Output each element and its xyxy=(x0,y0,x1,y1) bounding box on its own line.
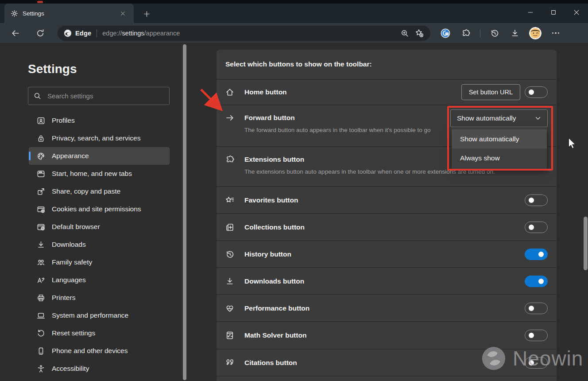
sidebar-item-accessibility[interactable]: Accessibility xyxy=(29,360,170,377)
row-home-button: Home button Set button URL xyxy=(217,79,557,105)
url-text[interactable]: edge://settings/appearance xyxy=(102,30,180,37)
close-icon xyxy=(120,11,125,16)
settings-search-input[interactable]: Search settings xyxy=(28,87,170,105)
minimize-icon xyxy=(527,9,534,16)
sidebar-item-languages[interactable]: Languages xyxy=(29,271,170,289)
sidebar-item-family-safety[interactable]: Family safety xyxy=(29,253,170,271)
row-math-solver-button: Math Solver button xyxy=(217,321,557,349)
minimize-button[interactable] xyxy=(519,4,542,21)
mouse-cursor xyxy=(568,137,578,148)
maximize-button[interactable] xyxy=(542,4,565,21)
math-solver-button-toggle[interactable] xyxy=(525,330,548,341)
sidebar-item-downloads[interactable]: Downloads xyxy=(29,236,170,253)
row-performance-button: Performance button xyxy=(217,294,557,321)
content-scrollbar[interactable] xyxy=(584,217,588,270)
background-window-sliver xyxy=(0,0,588,4)
add-favorite-button[interactable] xyxy=(412,27,426,40)
extensions-icon xyxy=(461,29,470,38)
privacy-lock-icon xyxy=(37,134,45,143)
sidebar-item-start-home-tabs[interactable]: Start, home, and new tabs xyxy=(29,165,170,183)
default-browser-icon xyxy=(37,223,45,231)
maximize-icon xyxy=(550,9,557,16)
profile-button[interactable] xyxy=(527,26,543,41)
reload-button[interactable] xyxy=(33,26,48,41)
set-button-url-button[interactable]: Set button URL xyxy=(461,84,520,100)
downloads-button-toggle[interactable] xyxy=(525,276,548,287)
download-icon xyxy=(225,277,234,286)
avatar xyxy=(529,27,542,39)
close-window-button[interactable] xyxy=(565,4,588,21)
background-red-mark xyxy=(37,1,43,3)
downloads-button[interactable] xyxy=(507,26,523,41)
edge-logo-icon xyxy=(64,29,72,37)
settings-menu-button[interactable] xyxy=(548,26,564,41)
history-button[interactable] xyxy=(487,26,503,41)
star-add-icon xyxy=(415,29,423,37)
accessibility-icon xyxy=(37,365,45,373)
tab-title: Settings xyxy=(23,10,117,17)
reset-settings-icon xyxy=(37,329,45,338)
extensions-icon xyxy=(225,155,234,164)
sidebar-item-cookies[interactable]: Cookies and site permissions xyxy=(29,200,170,218)
annotation-red-rectangle xyxy=(447,106,553,171)
plus-icon xyxy=(143,11,150,17)
gear-icon xyxy=(11,10,18,17)
browser-toolbar: Edge edge://settings/appearance xyxy=(0,23,588,43)
address-divider xyxy=(97,29,97,37)
appearance-palette-icon xyxy=(37,152,45,160)
download-icon xyxy=(511,29,519,38)
history-icon xyxy=(225,250,234,259)
math-solver-icon xyxy=(225,331,234,340)
edge-browser-window: Settings Edge edge://settings/appearance xyxy=(0,0,588,381)
collections-button-toggle[interactable] xyxy=(525,222,548,233)
back-button[interactable] xyxy=(8,26,23,41)
extensions-button[interactable] xyxy=(458,26,474,41)
printers-icon xyxy=(37,294,45,302)
new-tab-button[interactable] xyxy=(140,7,153,20)
favorites-button-toggle[interactable] xyxy=(525,194,548,206)
row-partial xyxy=(217,376,557,381)
section-header: Select which buttons to show on the tool… xyxy=(217,50,557,79)
site-chip[interactable]: Edge xyxy=(64,29,91,37)
sidebar-scrollbar[interactable] xyxy=(183,44,186,380)
search-icon xyxy=(34,92,41,100)
sidebar-item-system-performance[interactable]: System and performance xyxy=(29,307,170,324)
sidebar-item-profiles[interactable]: Profiles xyxy=(29,112,170,129)
selected-accent-bar xyxy=(29,152,31,160)
home-button-toggle[interactable] xyxy=(525,86,548,98)
languages-icon xyxy=(37,276,45,284)
annotation-red-arrow xyxy=(195,83,228,116)
neowin-logo-icon xyxy=(481,346,507,371)
address-bar[interactable]: Edge edge://settings/appearance xyxy=(58,26,430,41)
toolbar-buttons xyxy=(437,26,564,41)
tab-settings[interactable]: Settings xyxy=(4,4,134,23)
reload-icon xyxy=(36,29,45,38)
collections-icon xyxy=(225,223,234,232)
ellipsis-icon xyxy=(552,32,559,34)
sidebar-item-default-browser[interactable]: Default browser xyxy=(29,218,170,236)
toolbar-buttons-card: Select which buttons to show on the tool… xyxy=(217,50,557,381)
sidebar-item-share-copy-paste[interactable]: Share, copy and paste xyxy=(29,183,170,200)
zoom-in-icon xyxy=(401,29,409,37)
system-performance-icon xyxy=(37,311,45,320)
phone-devices-icon xyxy=(37,347,45,355)
watermark-text: Neowin xyxy=(513,346,583,370)
settings-heading: Settings xyxy=(28,62,77,76)
start-home-tabs-icon xyxy=(37,170,45,178)
sidebar-item-appearance[interactable]: Appearance xyxy=(29,147,170,165)
zoom-in-button[interactable] xyxy=(398,27,412,40)
sidebar-item-printers[interactable]: Printers xyxy=(29,289,170,307)
sidebar-item-privacy[interactable]: Privacy, search, and services xyxy=(29,129,170,147)
tab-close-button[interactable] xyxy=(117,8,128,19)
sidebar-item-phone-devices[interactable]: Phone and other devices xyxy=(29,342,170,360)
password-manager-button[interactable] xyxy=(437,26,453,41)
sidebar-item-reset-settings[interactable]: Reset settings xyxy=(29,324,170,342)
performance-button-toggle[interactable] xyxy=(525,303,548,314)
performance-icon xyxy=(225,304,234,313)
row-favorites-button: Favorites button xyxy=(217,186,557,213)
row-collections-button: Collections button xyxy=(217,213,557,240)
history-button-toggle[interactable] xyxy=(525,249,548,260)
profiles-icon xyxy=(37,117,45,125)
share-icon xyxy=(37,187,45,196)
row-history-button: History button xyxy=(217,240,557,267)
